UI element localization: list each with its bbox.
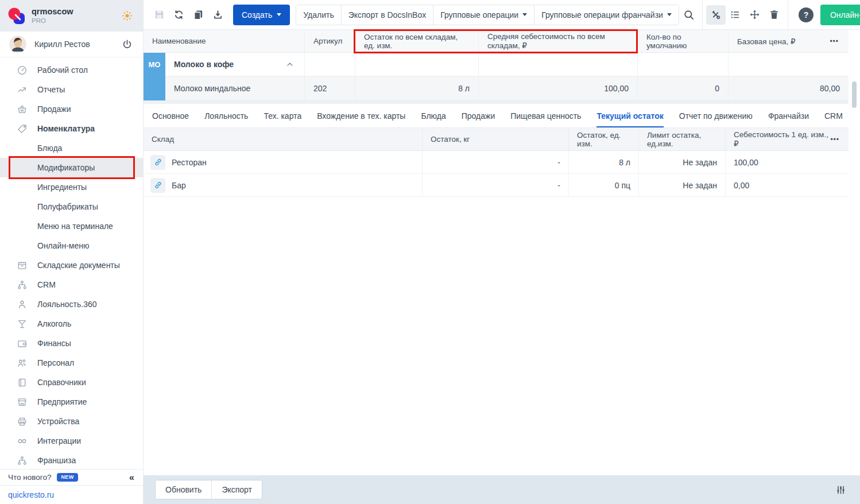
refresh-icon	[173, 9, 184, 20]
sidebar-item-semifinished[interactable]: Полуфабрикаты	[0, 197, 143, 216]
refresh-list-button[interactable]: Обновить	[156, 480, 212, 499]
export-docsinbox-label: Экспорт в DocsInBox	[348, 10, 427, 20]
sidebar-item-dashboard[interactable]: Рабочий стол	[0, 60, 143, 80]
logout-button[interactable]	[121, 38, 134, 51]
sidebar-item-franchise[interactable]: Франшиза	[0, 451, 143, 469]
sidebar-item-dishes[interactable]: Блюда	[0, 138, 143, 158]
list-view-button[interactable]	[726, 5, 745, 25]
item-row[interactable]: Молоко миндальное 202 8 л 100,00 0 80,00	[144, 76, 849, 100]
tab-loyalty[interactable]: Лояльность	[204, 104, 248, 127]
col-stock-limit[interactable]: Лимит остатка, ед.изм.	[638, 128, 725, 150]
tab-franchise[interactable]: Франчайзи	[768, 104, 809, 127]
sidebar-item-enterprise[interactable]: Предприятие	[0, 392, 143, 412]
sidebar-item-terminal-menu[interactable]: Меню на терминале	[0, 216, 143, 236]
box-icon	[17, 260, 28, 271]
search-button[interactable]	[679, 5, 699, 25]
whats-new-link[interactable]: Что нового?	[8, 473, 51, 482]
download-icon	[212, 9, 223, 20]
sidebar-item-devices[interactable]: Устройства	[0, 412, 143, 431]
user-row[interactable]: Кирилл Рестов	[0, 32, 143, 57]
tab-nutrition[interactable]: Пищевая ценность	[510, 104, 581, 127]
tab-main[interactable]: Основное	[152, 104, 189, 127]
col-sku[interactable]: Артикул	[304, 30, 355, 52]
move-button[interactable]	[745, 5, 765, 25]
link-icon	[154, 158, 162, 166]
download-button[interactable]	[208, 5, 227, 25]
col-base-price[interactable]: Базовая цена, ₽ •••	[728, 30, 849, 52]
footer-button-group: Обновить Экспорт	[155, 480, 262, 499]
group-operations-franchise-label: Групповые операции франчайзи	[541, 10, 663, 20]
table-row[interactable]: Бар - 0 пц Не задан 0,00	[144, 174, 849, 197]
trash-button[interactable]	[765, 5, 784, 25]
sidebar-item-warehouse-docs[interactable]: Складские документы	[0, 255, 143, 275]
vertical-scrollbar[interactable]	[849, 30, 860, 475]
sidebar-item-finance[interactable]: Финансы	[0, 334, 143, 353]
open-link-button[interactable]	[150, 178, 165, 193]
toolbar-divider	[788, 0, 788, 29]
sidebar-item-sales[interactable]: Продажи	[0, 99, 143, 119]
col-unit-cost[interactable]: Себестоимость 1 ед. изм., ₽ •••	[725, 128, 849, 150]
sidebar-item-reports[interactable]: Отчеты	[0, 80, 143, 99]
sidebar-item-label: Франшиза	[37, 456, 76, 465]
sidebar-item-label: Финансы	[37, 339, 71, 348]
copy-button[interactable]	[188, 5, 208, 25]
toolbar-button-group: Удалить Экспорт в DocsInBox Групповые оп…	[296, 5, 679, 25]
col-stock-all-warehouses[interactable]: Остаток по всем складам, ед. изм.	[355, 30, 478, 52]
sidebar-item-integrations[interactable]: Интеграции	[0, 431, 143, 451]
sidebar-item-alcohol[interactable]: Алкоголь	[0, 314, 143, 334]
refresh-button[interactable]	[169, 5, 188, 25]
group-operations-franchise-button[interactable]: Групповые операции франчайзи	[534, 5, 679, 25]
sidebar-item-modifiers[interactable]: Модификаторы	[0, 158, 143, 177]
collapse-sidebar-button[interactable]: «	[128, 472, 135, 483]
tab-current-stock[interactable]: Текущий остаток	[596, 104, 663, 127]
col-stock-kg[interactable]: Остаток, кг	[422, 128, 568, 150]
group-badge[interactable]: МО	[144, 53, 165, 100]
table-columns-menu-button[interactable]: •••	[828, 36, 840, 46]
sidebar-item-loyalty[interactable]: Лояльность.360	[0, 294, 143, 314]
col-stock-unit[interactable]: Остаток, ед. изм.	[568, 128, 638, 150]
help-button[interactable]: ?	[799, 7, 813, 22]
tab-movement-report[interactable]: Отчет по движению	[679, 104, 753, 127]
col-warehouse[interactable]: Склад	[144, 128, 422, 150]
sidebar-item-references[interactable]: Справочники	[0, 373, 143, 392]
online-chat-button[interactable]: Онлайн-чат	[820, 5, 860, 25]
sidebar-item-crm[interactable]: CRM	[0, 275, 143, 294]
online-chat-label: Онлайн-чат	[830, 10, 860, 20]
people-icon	[17, 358, 28, 369]
sidebar-item-nomenclature[interactable]: Номенклатура	[0, 119, 143, 138]
export-button[interactable]: Экспорт	[212, 480, 262, 499]
tools-button[interactable]	[706, 5, 726, 25]
sidebar-item-ingredients[interactable]: Ингредиенты	[0, 177, 143, 197]
sidebar-item-label: Предприятие	[37, 397, 87, 406]
create-button[interactable]: Создать	[233, 5, 290, 25]
col-default-qty[interactable]: Кол-во по умолчанию	[637, 30, 728, 52]
tab-crm[interactable]: CRM	[824, 104, 843, 127]
chevron-down-icon	[277, 13, 281, 16]
tab-tech-card-usage[interactable]: Вхождение в тех. карты	[317, 104, 405, 127]
open-link-button[interactable]	[150, 155, 165, 170]
delete-button[interactable]: Удалить	[296, 5, 341, 25]
group-row[interactable]: Молоко в кофе	[144, 53, 849, 76]
item-avg-cost-cell: 100,00	[478, 76, 637, 100]
sidebar-item-online-menu[interactable]: Онлайн-меню	[0, 236, 143, 255]
collapse-group-button[interactable]	[284, 59, 296, 70]
view-settings-button[interactable]	[833, 482, 849, 498]
link-icon	[154, 181, 162, 189]
detail-columns-menu-button[interactable]: •••	[829, 134, 840, 145]
item-base-price-cell: 80,00	[728, 76, 849, 100]
col-name[interactable]: Наименование	[144, 30, 304, 52]
save-button[interactable]	[149, 5, 169, 25]
table-row[interactable]: Ресторан - 8 л Не задан 100,00	[144, 151, 849, 174]
tab-sales[interactable]: Продажи	[462, 104, 495, 127]
sidebar-item-staff[interactable]: Персонал	[0, 353, 143, 373]
group-operations-button[interactable]: Групповые операции	[433, 5, 534, 25]
delete-button-label: Удалить	[303, 10, 334, 20]
sliders-icon	[835, 484, 846, 495]
theme-toggle-button[interactable]	[119, 8, 135, 24]
quickresto-link[interactable]: quickresto.ru	[8, 490, 54, 499]
col-avg-cost-all-warehouses[interactable]: Средняя себестоимость по всем складам, ₽	[478, 30, 637, 52]
tab-dishes[interactable]: Блюда	[421, 104, 446, 127]
tab-tech-card[interactable]: Тех. карта	[264, 104, 301, 127]
scrollbar-thumb[interactable]	[852, 82, 857, 108]
export-docsinbox-button[interactable]: Экспорт в DocsInBox	[342, 5, 434, 25]
